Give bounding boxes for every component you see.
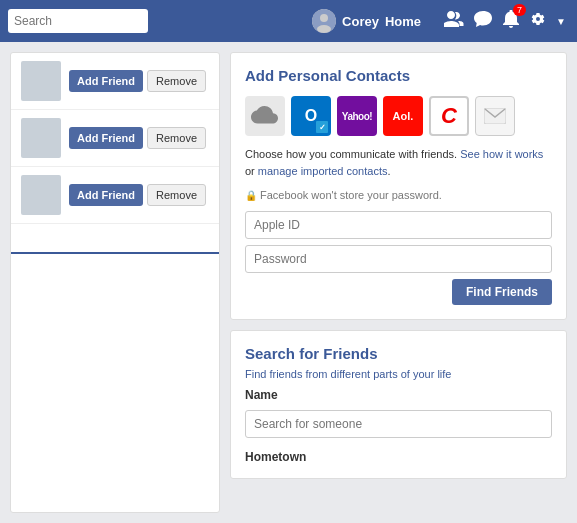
search-someone-input[interactable] <box>245 410 552 438</box>
navbar-search-input[interactable] <box>8 9 148 33</box>
aol-icon[interactable]: Aol. <box>383 96 423 136</box>
friend-info: Add Friend Remove <box>69 184 209 206</box>
navbar-home-link[interactable]: Home <box>385 14 421 29</box>
yahoo-icon[interactable]: Yahoo! <box>337 96 377 136</box>
name-field-label: Name <box>245 388 552 402</box>
contact-description: Choose how you communicate with friends.… <box>245 146 552 179</box>
password-input[interactable] <box>245 245 552 273</box>
add-friend-button[interactable]: Add Friend <box>69 184 143 206</box>
messages-icon[interactable] <box>474 11 492 31</box>
friend-avatar <box>21 175 61 215</box>
friend-item: Add Friend Remove <box>11 167 219 224</box>
remove-button[interactable]: Remove <box>147 184 206 206</box>
search-friends-description: Find friends from different parts of you… <box>245 368 552 380</box>
dropdown-icon[interactable]: ▼ <box>556 16 566 27</box>
lock-icon: 🔒 <box>245 190 257 201</box>
friend-info: Add Friend Remove <box>69 70 209 92</box>
manage-contacts-link[interactable]: manage imported contacts <box>258 165 388 177</box>
password-note: 🔒 Facebook won't store your password. <box>245 189 552 201</box>
navbar: Corey Home 7 ▼ <box>0 0 577 42</box>
navbar-icons: 7 ▼ <box>441 10 569 32</box>
email-icon[interactable] <box>475 96 515 136</box>
see-how-link[interactable]: See how it works <box>460 148 543 160</box>
outlook-icon[interactable]: O ✓ <box>291 96 331 136</box>
add-friend-button[interactable]: Add Friend <box>69 70 143 92</box>
friend-avatar <box>21 118 61 158</box>
friend-item-divider <box>11 224 219 254</box>
friend-item: Add Friend Remove <box>11 110 219 167</box>
avatar <box>312 9 336 33</box>
main-container: Add Friend Remove Add Friend Remove Add … <box>0 42 577 523</box>
search-friends-title: Search for Friends <box>245 345 552 362</box>
apple-id-input[interactable] <box>245 211 552 239</box>
right-panel: Add Personal Contacts O ✓ Yahoo! <box>230 52 567 513</box>
remove-button[interactable]: Remove <box>147 70 206 92</box>
navbar-username[interactable]: Corey <box>342 14 379 29</box>
notifications-icon[interactable]: 7 <box>502 10 520 32</box>
add-contacts-card: Add Personal Contacts O ✓ Yahoo! <box>230 52 567 320</box>
friend-actions: Add Friend Remove <box>69 70 209 92</box>
friend-suggestions-panel: Add Friend Remove Add Friend Remove Add … <box>10 52 220 513</box>
other-contact-icon[interactable]: C <box>429 96 469 136</box>
hometown-label: Hometown <box>245 450 552 464</box>
add-friend-button[interactable]: Add Friend <box>69 127 143 149</box>
notification-badge: 7 <box>513 4 526 16</box>
svg-point-2 <box>317 25 331 33</box>
find-friends-button[interactable]: Find Friends <box>452 279 552 305</box>
add-contacts-title: Add Personal Contacts <box>245 67 552 84</box>
settings-icon[interactable] <box>530 11 546 31</box>
friend-avatar <box>21 61 61 101</box>
svg-point-1 <box>320 14 328 22</box>
search-friends-card: Search for Friends Find friends from dif… <box>230 330 567 479</box>
friend-info: Add Friend Remove <box>69 127 209 149</box>
friend-actions: Add Friend Remove <box>69 127 209 149</box>
friend-item: Add Friend Remove <box>11 53 219 110</box>
friends-icon[interactable] <box>444 11 464 31</box>
icloud-icon[interactable] <box>245 96 285 136</box>
contact-icons-row: O ✓ Yahoo! Aol. C <box>245 96 552 136</box>
friend-actions: Add Friend Remove <box>69 184 209 206</box>
remove-button[interactable]: Remove <box>147 127 206 149</box>
